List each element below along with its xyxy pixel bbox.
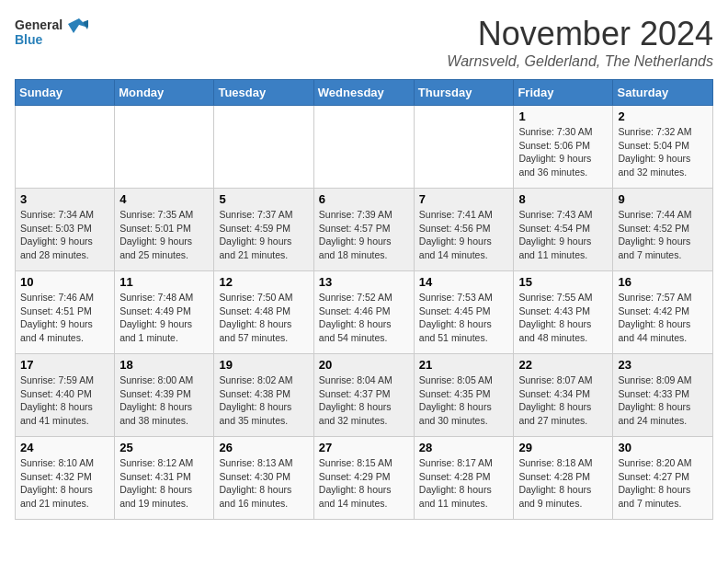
calendar-week-row: 1Sunrise: 7:30 AM Sunset: 5:06 PM Daylig…: [16, 106, 713, 189]
weekday-header-saturday: Saturday: [613, 80, 713, 106]
calendar-day-26: 26Sunrise: 8:13 AM Sunset: 4:30 PM Dayli…: [214, 437, 313, 520]
weekday-header-wednesday: Wednesday: [313, 80, 414, 106]
day-number: 17: [20, 358, 109, 372]
day-number: 6: [319, 192, 409, 206]
calendar-day-21: 21Sunrise: 8:05 AM Sunset: 4:35 PM Dayli…: [414, 354, 514, 437]
weekday-header-monday: Monday: [115, 80, 214, 106]
day-number: 29: [518, 441, 608, 454]
title-section: November 2024 Warnsveld, Gelderland, The…: [447, 15, 713, 70]
day-number: 15: [518, 275, 608, 289]
calendar-day-11: 11Sunrise: 7:48 AM Sunset: 4:49 PM Dayli…: [115, 271, 214, 354]
day-number: 19: [219, 358, 308, 372]
calendar-day-22: 22Sunrise: 8:07 AM Sunset: 4:34 PM Dayli…: [514, 354, 613, 437]
calendar-day-1: 1Sunrise: 7:30 AM Sunset: 5:06 PM Daylig…: [514, 106, 613, 189]
day-info: Sunrise: 7:35 AM Sunset: 5:01 PM Dayligh…: [119, 208, 209, 262]
calendar-day-23: 23Sunrise: 8:09 AM Sunset: 4:33 PM Dayli…: [613, 354, 713, 437]
calendar-day-28: 28Sunrise: 8:17 AM Sunset: 4:28 PM Dayli…: [414, 437, 514, 520]
day-info: Sunrise: 7:50 AM Sunset: 4:48 PM Dayligh…: [219, 291, 308, 345]
day-info: Sunrise: 8:00 AM Sunset: 4:39 PM Dayligh…: [119, 373, 209, 428]
month-title: November 2024: [447, 15, 713, 53]
empty-day-cell: [115, 106, 214, 189]
svg-text:Blue: Blue: [15, 32, 43, 47]
logo-svg: General Blue: [15, 15, 88, 55]
day-info: Sunrise: 7:37 AM Sunset: 4:59 PM Dayligh…: [219, 208, 308, 262]
day-number: 3: [20, 192, 109, 206]
location-subtitle: Warnsveld, Gelderland, The Netherlands: [447, 53, 713, 70]
day-info: Sunrise: 7:39 AM Sunset: 4:57 PM Dayligh…: [319, 208, 409, 262]
day-number: 22: [518, 358, 608, 372]
day-number: 20: [319, 358, 409, 372]
day-number: 8: [518, 192, 608, 206]
day-info: Sunrise: 7:48 AM Sunset: 4:49 PM Dayligh…: [119, 291, 209, 345]
calendar-day-12: 12Sunrise: 7:50 AM Sunset: 4:48 PM Dayli…: [214, 271, 313, 354]
calendar-day-16: 16Sunrise: 7:57 AM Sunset: 4:42 PM Dayli…: [613, 271, 713, 354]
day-info: Sunrise: 8:18 AM Sunset: 4:28 PM Dayligh…: [518, 456, 608, 511]
calendar-day-13: 13Sunrise: 7:52 AM Sunset: 4:46 PM Dayli…: [313, 271, 414, 354]
calendar-day-25: 25Sunrise: 8:12 AM Sunset: 4:31 PM Dayli…: [115, 437, 214, 520]
day-info: Sunrise: 8:15 AM Sunset: 4:29 PM Dayligh…: [319, 456, 409, 511]
day-number: 14: [419, 275, 509, 289]
day-number: 30: [618, 441, 708, 454]
calendar-day-30: 30Sunrise: 8:20 AM Sunset: 4:27 PM Dayli…: [613, 437, 713, 520]
day-number: 24: [20, 441, 109, 454]
day-number: 23: [618, 358, 708, 372]
day-info: Sunrise: 8:05 AM Sunset: 4:35 PM Dayligh…: [419, 373, 509, 428]
calendar-day-15: 15Sunrise: 7:55 AM Sunset: 4:43 PM Dayli…: [514, 271, 613, 354]
calendar-day-8: 8Sunrise: 7:43 AM Sunset: 4:54 PM Daylig…: [514, 189, 613, 271]
calendar-header-row: SundayMondayTuesdayWednesdayThursdayFrid…: [16, 80, 713, 106]
calendar-week-row: 24Sunrise: 8:10 AM Sunset: 4:32 PM Dayli…: [16, 437, 713, 520]
day-info: Sunrise: 7:57 AM Sunset: 4:42 PM Dayligh…: [618, 291, 708, 345]
page-header: General Blue November 2024 Warnsveld, Ge…: [15, 15, 713, 70]
weekday-header-sunday: Sunday: [16, 80, 115, 106]
day-info: Sunrise: 7:32 AM Sunset: 5:04 PM Dayligh…: [618, 125, 708, 179]
day-number: 4: [119, 192, 209, 206]
day-info: Sunrise: 8:04 AM Sunset: 4:37 PM Dayligh…: [319, 373, 409, 428]
day-info: Sunrise: 7:59 AM Sunset: 4:40 PM Dayligh…: [20, 373, 109, 428]
day-info: Sunrise: 7:34 AM Sunset: 5:03 PM Dayligh…: [20, 208, 109, 262]
day-info: Sunrise: 8:07 AM Sunset: 4:34 PM Dayligh…: [518, 373, 608, 428]
day-info: Sunrise: 7:53 AM Sunset: 4:45 PM Dayligh…: [419, 291, 509, 345]
day-number: 25: [119, 441, 209, 454]
day-info: Sunrise: 8:12 AM Sunset: 4:31 PM Dayligh…: [119, 456, 209, 511]
day-number: 12: [219, 275, 308, 289]
day-number: 2: [618, 109, 708, 123]
day-number: 5: [219, 192, 308, 206]
day-number: 13: [319, 275, 409, 289]
day-number: 7: [419, 192, 509, 206]
calendar-day-10: 10Sunrise: 7:46 AM Sunset: 4:51 PM Dayli…: [16, 271, 115, 354]
day-number: 11: [119, 275, 209, 289]
calendar-day-20: 20Sunrise: 8:04 AM Sunset: 4:37 PM Dayli…: [313, 354, 414, 437]
logo: General Blue: [15, 15, 88, 55]
calendar-day-18: 18Sunrise: 8:00 AM Sunset: 4:39 PM Dayli…: [115, 354, 214, 437]
day-number: 1: [518, 109, 608, 123]
day-info: Sunrise: 7:46 AM Sunset: 4:51 PM Dayligh…: [20, 291, 109, 345]
calendar-day-9: 9Sunrise: 7:44 AM Sunset: 4:52 PM Daylig…: [613, 189, 713, 271]
calendar-day-29: 29Sunrise: 8:18 AM Sunset: 4:28 PM Dayli…: [514, 437, 613, 520]
day-info: Sunrise: 8:10 AM Sunset: 4:32 PM Dayligh…: [20, 456, 109, 511]
day-number: 26: [219, 441, 308, 454]
empty-day-cell: [16, 106, 115, 189]
weekday-header-tuesday: Tuesday: [214, 80, 313, 106]
empty-day-cell: [414, 106, 514, 189]
day-info: Sunrise: 7:43 AM Sunset: 4:54 PM Dayligh…: [518, 208, 608, 262]
calendar-day-19: 19Sunrise: 8:02 AM Sunset: 4:38 PM Dayli…: [214, 354, 313, 437]
day-number: 18: [119, 358, 209, 372]
day-info: Sunrise: 8:09 AM Sunset: 4:33 PM Dayligh…: [618, 373, 708, 428]
calendar-day-6: 6Sunrise: 7:39 AM Sunset: 4:57 PM Daylig…: [313, 189, 414, 271]
calendar-day-3: 3Sunrise: 7:34 AM Sunset: 5:03 PM Daylig…: [16, 189, 115, 271]
day-info: Sunrise: 8:17 AM Sunset: 4:28 PM Dayligh…: [419, 456, 509, 511]
day-number: 21: [419, 358, 509, 372]
day-number: 10: [20, 275, 109, 289]
calendar-week-row: 17Sunrise: 7:59 AM Sunset: 4:40 PM Dayli…: [16, 354, 713, 437]
calendar-day-7: 7Sunrise: 7:41 AM Sunset: 4:56 PM Daylig…: [414, 189, 514, 271]
weekday-header-thursday: Thursday: [414, 80, 514, 106]
calendar-day-17: 17Sunrise: 7:59 AM Sunset: 4:40 PM Dayli…: [16, 354, 115, 437]
day-info: Sunrise: 7:52 AM Sunset: 4:46 PM Dayligh…: [319, 291, 409, 345]
calendar-day-14: 14Sunrise: 7:53 AM Sunset: 4:45 PM Dayli…: [414, 271, 514, 354]
calendar-week-row: 10Sunrise: 7:46 AM Sunset: 4:51 PM Dayli…: [16, 271, 713, 354]
empty-day-cell: [313, 106, 414, 189]
calendar-table: SundayMondayTuesdayWednesdayThursdayFrid…: [15, 79, 713, 520]
empty-day-cell: [214, 106, 313, 189]
day-number: 28: [419, 441, 509, 454]
weekday-header-friday: Friday: [514, 80, 613, 106]
